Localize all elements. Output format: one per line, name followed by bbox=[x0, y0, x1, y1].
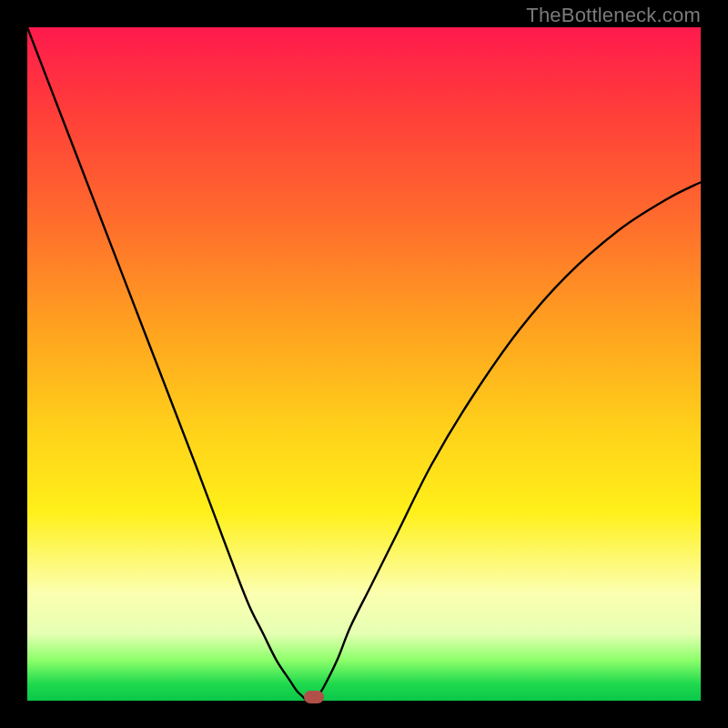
watermark-text: TheBottleneck.com bbox=[526, 4, 701, 27]
bottleneck-curve-path bbox=[27, 27, 701, 701]
optimal-marker bbox=[304, 691, 324, 703]
chart-frame: TheBottleneck.com bbox=[0, 0, 728, 728]
curve-svg bbox=[27, 27, 701, 701]
plot-area bbox=[27, 27, 701, 701]
